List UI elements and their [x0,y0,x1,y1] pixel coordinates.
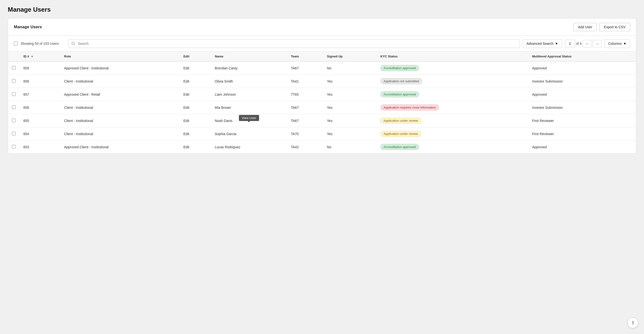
row-signed-up: No [323,140,376,154]
row-name: Sophia Garcia [211,127,287,140]
row-checkbox[interactable] [12,145,16,148]
row-kyc-status: Accreditation approved [376,61,528,75]
row-id: 657 [20,88,60,101]
row-role: Client - Institutional [60,114,180,127]
row-checkbox[interactable] [12,118,16,122]
row-id: 658 [20,75,60,88]
row-id: 653 [20,140,60,154]
pagination-wrap: 1 of 4 ← → [565,40,602,48]
row-id: 654 [20,127,60,140]
row-team: TA41 [287,75,323,88]
row-team: 7T65 [287,88,323,101]
row-signed-up: Yes [323,114,376,127]
row-name: Mia Brown [211,101,287,114]
row-kyc-status: Application under review [376,127,528,140]
th-edit: Edit [180,52,211,61]
add-user-button[interactable]: Add User [574,23,597,31]
export-csv-button[interactable]: Export to CSV [599,23,630,31]
row-edit-cell: Edit [180,61,211,75]
row-checkbox[interactable] [12,92,16,96]
row-checkbox[interactable] [12,79,16,83]
row-checkbox-cell [8,114,20,127]
chevron-down-icon: ▼ [623,42,626,46]
table-row: 658 Client - Institutional Edit Olivia S… [8,75,636,88]
kyc-status-badge: Application under review [380,118,421,124]
row-name: Noah Davis View User [211,114,287,127]
row-role: Client - Institutional [60,127,180,140]
svg-point-0 [72,42,74,45]
row-edit-cell: Edit [180,101,211,114]
columns-label: Columns [608,42,622,46]
header-actions: Add User Export to CSV [574,23,630,31]
row-role: Client - Institutional [60,101,180,114]
card-header-title: Manage Users [14,24,42,30]
row-team: TA67 [287,114,323,127]
showing-label: Showing 50 of 153 Users [21,42,64,46]
th-id[interactable]: ID # ▼ [20,52,60,61]
row-role: Approved Client - Institutional [60,140,180,154]
edit-link[interactable]: Edit [183,79,189,83]
kyc-status-badge: Application requires more information [380,104,439,110]
row-id: 655 [20,114,60,127]
row-name: Liam Johnson [211,88,287,101]
row-multilevel-status: Approved [528,140,636,154]
edit-link[interactable]: Edit [183,92,189,96]
edit-link[interactable]: Edit [183,66,189,70]
edit-link[interactable]: Edit [183,119,189,123]
edit-link[interactable]: Edit [183,145,189,149]
prev-page-button[interactable]: ← [583,40,592,48]
kyc-status-badge: Application under review [380,131,421,137]
search-input[interactable] [68,39,520,48]
row-role: Approved Client - Institutional [60,61,180,75]
row-signed-up: Yes [323,101,376,114]
manage-users-card: Manage Users Add User Export to CSV Show… [8,18,636,154]
advanced-search-label: Advanced Search [526,42,554,46]
row-checkbox-cell [8,127,20,140]
row-checkbox-cell [8,101,20,114]
edit-link[interactable]: Edit [183,132,189,136]
users-table: ID # ▼ Role Edit Name Team Signed Up KYC… [8,52,636,153]
chevron-down-icon: ▼ [555,42,558,46]
page-number-input[interactable]: 1 [565,40,575,48]
th-checkbox [8,52,20,61]
row-multilevel-status: Approved [528,61,636,75]
row-edit-cell: Edit [180,114,211,127]
table-body: 659 Approved Client - Institutional Edit… [8,61,636,153]
row-multilevel-status: Investor Submission [528,75,636,88]
row-signed-up: No [323,61,376,75]
row-team: TA67 [287,101,323,114]
columns-button[interactable]: Columns ▼ [604,39,630,48]
kyc-status-badge: Accreditation approved [380,91,419,98]
table-row: 657 Approved Client - Retail Edit Liam J… [8,88,636,101]
row-signed-up: Yes [323,75,376,88]
row-multilevel-status: First Reviewer [528,127,636,140]
edit-link[interactable]: Edit [183,106,189,110]
row-team: TA42 [287,140,323,154]
row-checkbox-cell [8,75,20,88]
row-checkbox-cell [8,61,20,75]
next-page-button[interactable]: → [593,40,602,48]
advanced-search-button[interactable]: Advanced Search ▼ [523,39,562,48]
row-signed-up: Yes [323,88,376,101]
row-checkbox[interactable] [12,66,16,70]
row-multilevel-status: First Reviewer [528,114,636,127]
row-signed-up: Yes [323,127,376,140]
row-name: Lucas Rodriguez [211,140,287,154]
search-wrap [68,39,520,48]
row-checkbox-cell [8,140,20,154]
th-role: Role [60,52,180,61]
th-signed-up: Signed Up [323,52,376,61]
row-kyc-status: Accreditation approved [376,88,528,101]
row-edit-cell: Edit [180,88,211,101]
row-checkbox[interactable] [12,106,16,109]
table-row: 659 Approved Client - Institutional Edit… [8,61,636,75]
row-name: Olivia Smith [211,75,287,88]
row-edit-cell: Edit [180,75,211,88]
row-checkbox-cell [8,88,20,101]
row-checkbox[interactable] [12,132,16,135]
select-all-checkbox[interactable] [14,42,18,46]
sort-icon: ▼ [31,55,33,58]
th-kyc-status: KYC Status [376,52,528,61]
row-team: TA70 [287,127,323,140]
page-title: Manage Users [8,6,636,14]
